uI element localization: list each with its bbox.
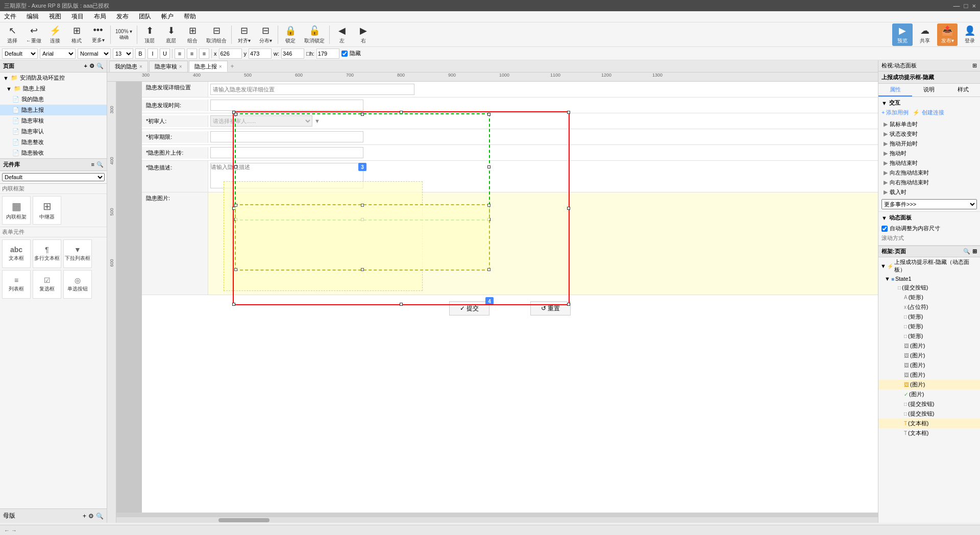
interaction-actions[interactable]: + 添加用例 ⚡ 创建连接 <box>881 109 977 116</box>
frames-actions[interactable]: 🔍 ⊞ <box>963 248 977 255</box>
toolbar-back-btn[interactable]: ↩ ←重做 <box>23 23 44 46</box>
window-controls[interactable]: — □ × <box>953 2 976 10</box>
frames-expand-icon[interactable]: ⊞ <box>972 248 977 255</box>
event-enter[interactable]: ▶ 载入时 <box>881 187 977 197</box>
page-settings-icon[interactable]: ⚙ <box>89 63 94 69</box>
tab-description[interactable]: 说明 <box>912 84 946 96</box>
tab-fault-report[interactable]: 隐患上报 × <box>189 61 228 72</box>
toolbar-align-btn[interactable]: ⊟ 对齐▾ <box>234 23 254 46</box>
toolbar-bottom-btn[interactable]: ⬇ 底层 <box>161 23 181 46</box>
publish-btn[interactable]: 📤 发布▾ <box>937 23 958 46</box>
tree-item-accept[interactable]: 📄 隐患验收 <box>0 148 107 158</box>
upload-field[interactable] <box>208 145 878 160</box>
italic-btn[interactable]: I <box>148 48 158 59</box>
upload-input[interactable] <box>210 147 363 158</box>
deadline-input[interactable] <box>210 131 363 142</box>
reviewer-field[interactable]: 请选择初审人...... ▼ <box>208 113 878 129</box>
frames-submit-btn[interactable]: □ (提交按钮) <box>878 283 980 293</box>
frames-img-4[interactable]: 🖼 (图片) <box>878 370 980 380</box>
size-select[interactable]: 13 <box>113 48 133 59</box>
event-drag-start[interactable]: ▶ 拖动开始时 <box>881 139 977 149</box>
component-menu-icon[interactable]: ≡ <box>91 161 94 168</box>
style-select[interactable]: Default <box>2 48 38 59</box>
menu-help[interactable]: 帮助 <box>182 11 198 22</box>
frames-rect-1[interactable]: □ (矩形) <box>878 312 980 322</box>
menu-team[interactable]: 团队 <box>137 11 153 22</box>
coord-h-input[interactable] <box>316 48 339 59</box>
more-events-select[interactable]: 更多事件>>> <box>881 199 977 209</box>
toolbar-ungroup-btn[interactable]: ⊟ 取消组合 <box>204 23 229 46</box>
toolbar-lock-btn[interactable]: 🔒 锁定 <box>280 23 301 46</box>
toolbar-more-btn[interactable]: ••• 更多▾ <box>88 23 108 46</box>
frames-submit-btn-2[interactable]: □ (提交按钮) <box>878 399 980 409</box>
toolbar-unlock-btn[interactable]: 🔓 取消锁定 <box>302 23 327 46</box>
canvas-content[interactable]: 隐患发现详细位置 隐患发现时间: *初审人: <box>116 82 878 513</box>
reviewer-select[interactable]: 请选择初审人...... <box>210 115 312 127</box>
component-listbox[interactable]: ≡ 列表框 <box>2 270 31 299</box>
frames-img-6[interactable]: ✓ (图片) <box>878 390 980 399</box>
coord-x-input[interactable] <box>219 48 242 59</box>
frames-text-A[interactable]: A (矩形) <box>878 293 980 302</box>
frames-img-5[interactable]: 🖼 (图片) <box>878 380 980 390</box>
toolbar-group-btn[interactable]: ⊞ 组合 <box>182 23 203 46</box>
desc-input[interactable] <box>210 84 414 95</box>
toolbar-zoom-btn[interactable]: 100% ▾ 确确 <box>113 23 135 46</box>
coord-y-input[interactable] <box>249 48 272 59</box>
inspector-expand-icon[interactable]: ⊞ <box>972 62 977 69</box>
more-events-container[interactable]: 更多事件>>> <box>881 199 977 209</box>
tree-item-report[interactable]: 📄 隐患上报 <box>0 105 107 115</box>
component-multiline[interactable]: ¶ 多行文本框 <box>33 239 61 268</box>
frames-img-1[interactable]: 🖼 (图片) <box>878 341 980 351</box>
frames-submit-btn-3[interactable]: □ (提交按钮) <box>878 409 980 419</box>
align-center-btn[interactable]: ≡ <box>187 48 197 59</box>
auto-resize-checkbox[interactable] <box>881 226 888 232</box>
coord-w-input[interactable] <box>281 48 304 59</box>
minimize-btn[interactable]: — <box>953 2 960 10</box>
frames-rect-2[interactable]: □ (矩形) <box>878 322 980 331</box>
frames-state1[interactable]: ▼ ■ State1 <box>878 275 980 283</box>
tree-item-my[interactable]: 📄 我的隐患 <box>0 94 107 105</box>
component-dropdown[interactable]: ▼ 下拉列表框 <box>63 239 92 268</box>
frames-rect-3[interactable]: □ (矩形) <box>878 331 980 341</box>
component-radio[interactable]: ◎ 单选按钮 <box>63 270 92 299</box>
menu-publish[interactable]: 发布 <box>114 11 131 22</box>
align-right-btn[interactable]: ≡ <box>199 48 209 59</box>
toolbar-right-btn[interactable]: ▶ 右 <box>353 23 374 46</box>
event-drag-end[interactable]: ▶ 拖动结束时 <box>881 158 977 168</box>
weight-select[interactable]: Normal <box>78 48 111 59</box>
font-select[interactable]: Arial <box>40 48 76 59</box>
menu-layout[interactable]: 布局 <box>92 11 108 22</box>
component-repeater[interactable]: ⊞ 中继器 <box>33 196 61 225</box>
tab-close-1[interactable]: × <box>179 64 182 69</box>
scroll-thumb-h[interactable] <box>218 518 270 522</box>
frames-img-3[interactable]: 🖼 (图片) <box>878 360 980 370</box>
tab-my-faults[interactable]: 我的隐患 × <box>109 61 148 72</box>
align-left-btn[interactable]: ≡ <box>175 48 185 59</box>
library-select[interactable]: Default <box>2 173 105 181</box>
frames-text-1[interactable]: T (文本框) <box>878 419 980 428</box>
dynamic-panel-title[interactable]: ▼ 动态面板 <box>881 214 977 222</box>
scrollbar-h[interactable] <box>116 517 878 523</box>
page-search-icon[interactable]: 🔍 <box>96 63 104 69</box>
menu-edit[interactable]: 编辑 <box>24 11 41 22</box>
mb-add-icon[interactable]: + <box>83 513 86 520</box>
frames-placeholder[interactable]: x (占位符) <box>878 302 980 312</box>
datetime-field[interactable] <box>208 98 878 113</box>
tree-item-root[interactable]: ▼ 📁 安消防及动环监控 <box>0 72 107 83</box>
tree-item-hiddenfault[interactable]: ▼ 📁 隐患上报 <box>0 83 107 94</box>
add-action-btn[interactable]: + 添加用例 <box>881 109 909 116</box>
tree-item-confirm[interactable]: 📄 隐患审认 <box>0 126 107 137</box>
toolbar-top-btn[interactable]: ⬆ 顶层 <box>139 23 160 46</box>
tab-add-btn[interactable]: + <box>229 61 236 72</box>
reset-btn[interactable]: ↺ 重置 <box>530 301 571 315</box>
component-checkbox[interactable]: ☑ 复选框 <box>33 270 61 299</box>
deadline-field[interactable] <box>208 129 878 144</box>
tab-close-2[interactable]: × <box>219 64 222 69</box>
fault-desc-field[interactable] <box>208 161 878 192</box>
mb-search-icon[interactable]: 🔍 <box>96 513 104 520</box>
component-search-icon[interactable]: 🔍 <box>96 161 104 168</box>
toolbar-style-btn[interactable]: ⊞ 格式 <box>66 23 87 46</box>
library-selector[interactable]: Default <box>0 171 107 184</box>
frames-search-icon[interactable]: 🔍 <box>963 248 970 255</box>
tree-item-review[interactable]: 📄 隐患审核 <box>0 115 107 126</box>
